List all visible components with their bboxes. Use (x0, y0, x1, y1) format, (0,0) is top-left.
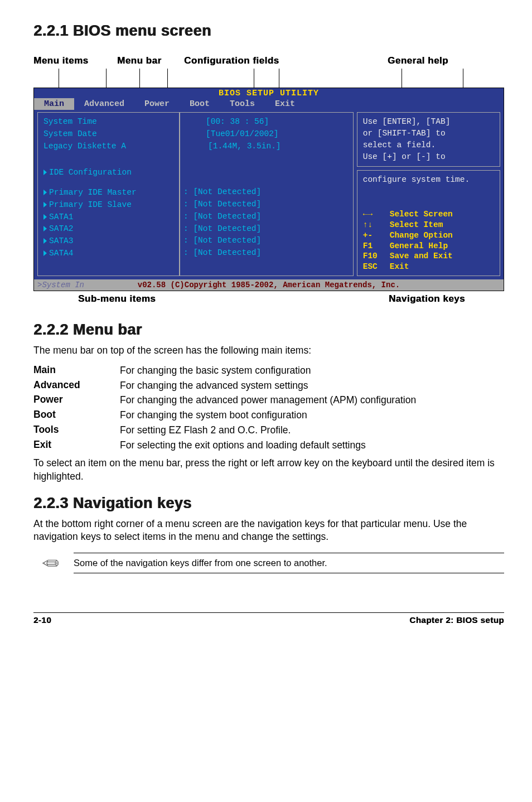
heading-222: 2.2.2 Menu bar (33, 321, 504, 339)
val-legacy[interactable]: [1.44M, 3.5in.] (183, 141, 350, 153)
row-primary-master[interactable]: Primary IDE Master (43, 187, 173, 199)
help-line: Use [+] or [-] to (363, 151, 494, 163)
row-sys-time[interactable]: System Time (43, 116, 173, 128)
para-223-body: At the bottom right corner of a menu scr… (33, 518, 504, 544)
bios-tab-boot[interactable]: Boot (180, 98, 220, 110)
leader-lines-top (33, 69, 504, 88)
def-boot: BootFor changing the system boot configu… (33, 409, 504, 422)
row-sata3[interactable]: SATA3 (43, 235, 173, 248)
help-line: select a field. (363, 139, 494, 151)
page-number: 2-10 (33, 615, 51, 625)
row-primary-slave[interactable]: Primary IDE Slave (43, 199, 173, 211)
help-line: Use [ENTER], [TAB] (363, 116, 494, 128)
navkey-row: +-Change Option (363, 230, 494, 241)
def-exit: ExitFor selecting the exit options and l… (33, 439, 504, 452)
definition-list: MainFor changing the basic system config… (33, 364, 504, 452)
note-text: Some of the navigation keys differ from … (74, 553, 504, 573)
bios-footer: >System In v02.58 (C)Copyright 1985-2002… (34, 279, 504, 291)
bios-tab-tools[interactable]: Tools (220, 98, 265, 110)
row-sata2[interactable]: SATA2 (43, 223, 173, 235)
bios-left-values: [00: 38 : 56] [Tue01/01/2002] [1.44M, 3.… (180, 112, 354, 276)
row-ide-cfg[interactable]: IDE Configuration (43, 167, 173, 179)
row-legacy[interactable]: Legacy Diskette A (43, 141, 173, 153)
bios-help-panel: Use [ENTER], [TAB] or [SHIFT-TAB] to sel… (357, 112, 500, 167)
bios-nav-panel: configure system time. ←→Select Screen ↑… (357, 170, 500, 276)
para-222-outro: To select an item on the menu bar, press… (33, 457, 504, 483)
navkey-row: ↑↓Select Item (363, 220, 494, 230)
help-line: configure system time. (363, 174, 494, 186)
bios-footer-copy: v02.58 (C)Copyright 1985-2002, American … (138, 281, 400, 289)
key-esc: ESC (363, 262, 386, 272)
bios-left-labels: System Time System Date Legacy Diskette … (37, 112, 180, 276)
submenu-arrow-icon (43, 250, 47, 256)
bios-titlebar: BIOS SETUP UTILITY (34, 88, 504, 98)
def-tools: ToolsFor setting EZ Flash 2 and O.C. Pro… (33, 424, 504, 437)
chapter-title: Chapter 2: BIOS setup (409, 615, 504, 625)
bios-tab-exit[interactable]: Exit (265, 98, 305, 110)
val-time[interactable]: [00: 38 : 56] (183, 116, 350, 128)
submenu-arrow-icon (43, 202, 47, 207)
val-nd: : [Not Detected] (183, 247, 350, 259)
para-222-intro: The menu bar on top of the screen has th… (33, 344, 504, 357)
bios-tab-power[interactable]: Power (134, 98, 180, 110)
val-nd: : [Not Detected] (183, 186, 350, 199)
heading-221: 2.2.1 BIOS menu screen (33, 22, 504, 40)
pencil-icon: ✎ (35, 549, 64, 577)
submenu-arrow-icon (43, 214, 47, 220)
bios-tab-advanced[interactable]: Advanced (74, 98, 134, 110)
key-arrows-ud-icon: ↑↓ (363, 220, 386, 230)
def-main: MainFor changing the basic system config… (33, 364, 504, 377)
diagram-labels-bottom: Sub-menu items Navigation keys (33, 293, 504, 305)
label-menu-items: Menu items (33, 55, 117, 66)
key-f1: F1 (363, 241, 386, 252)
val-nd: : [Not Detected] (183, 211, 350, 223)
bios-screenshot: BIOS SETUP UTILITY Main Advanced Power B… (33, 88, 504, 291)
key-arrows-lr-icon: ←→ (363, 209, 386, 220)
heading-223: 2.2.3 Navigation keys (33, 495, 504, 512)
diagram-labels-top: Menu items Menu bar Configuration fields… (33, 55, 504, 66)
page-footer: 2-10 Chapter 2: BIOS setup (33, 612, 504, 625)
row-sata1[interactable]: SATA1 (43, 211, 173, 224)
label-general-help: General help (332, 55, 504, 66)
val-date[interactable]: [Tue01/01/2002] (183, 128, 350, 141)
row-sys-date[interactable]: System Date (43, 128, 173, 141)
key-plusminus-icon: +- (363, 230, 386, 241)
label-config-fields: Configuration fields (184, 55, 332, 66)
navkey-row: F1General Help (363, 241, 494, 252)
def-power: PowerFor changing the advanced power man… (33, 394, 504, 407)
label-navigation-keys: Navigation keys (290, 293, 504, 305)
bios-footer-sys: >System In (37, 281, 84, 289)
row-sata4[interactable]: SATA4 (43, 248, 173, 260)
bios-menubar: Main Advanced Power Boot Tools Exit (34, 98, 504, 110)
submenu-arrow-icon (43, 190, 47, 195)
label-sub-menu-items: Sub-menu items (33, 293, 290, 305)
val-nd: : [Not Detected] (183, 235, 350, 247)
bios-tab-main[interactable]: Main (34, 98, 74, 110)
note-box: ✎ Some of the navigation keys differ fro… (33, 553, 504, 573)
submenu-arrow-icon (43, 226, 47, 231)
label-menu-bar: Menu bar (117, 55, 184, 66)
submenu-arrow-icon (43, 170, 47, 175)
val-nd: : [Not Detected] (183, 223, 350, 235)
navkey-row: ←→Select Screen (363, 209, 494, 220)
submenu-arrow-icon (43, 238, 47, 244)
help-line: or [SHIFT-TAB] to (363, 128, 494, 139)
navkey-row: F10Save and Exit (363, 251, 494, 262)
val-nd: : [Not Detected] (183, 199, 350, 211)
def-advanced: AdvancedFor changing the advanced system… (33, 379, 504, 392)
key-f10: F10 (363, 251, 386, 262)
navkey-row: ESCExit (363, 262, 494, 272)
